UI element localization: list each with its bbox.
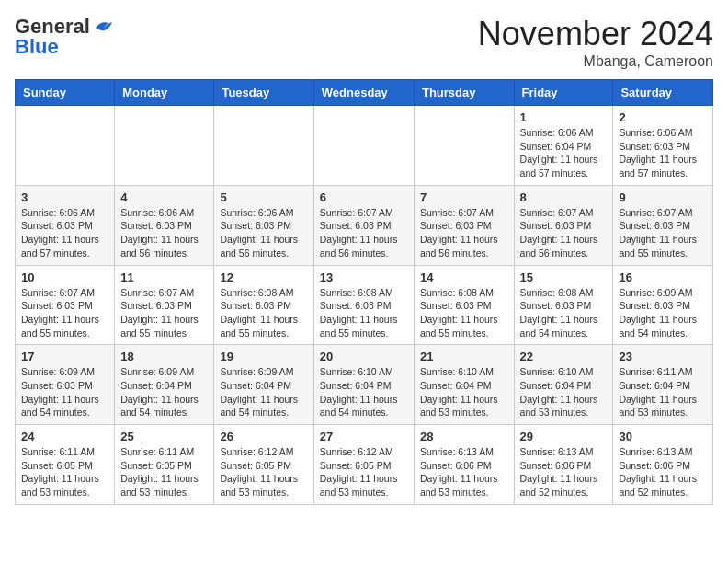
day-info: Sunrise: 6:07 AM Sunset: 6:03 PM Dayligh… — [520, 206, 608, 260]
day-number: 13 — [320, 270, 408, 284]
day-info: Sunrise: 6:10 AM Sunset: 6:04 PM Dayligh… — [320, 365, 408, 419]
day-info: Sunrise: 6:11 AM Sunset: 6:05 PM Dayligh… — [21, 445, 108, 500]
day-number: 10 — [21, 270, 108, 284]
day-number: 16 — [619, 270, 707, 284]
calendar-day-2: 2Sunrise: 6:06 AM Sunset: 6:03 PM Daylig… — [613, 106, 713, 186]
calendar-day-21: 21Sunrise: 6:10 AM Sunset: 6:04 PM Dayli… — [414, 345, 514, 425]
calendar-day-20: 20Sunrise: 6:10 AM Sunset: 6:04 PM Dayli… — [313, 345, 414, 425]
day-info: Sunrise: 6:13 AM Sunset: 6:06 PM Dayligh… — [420, 445, 508, 500]
day-number: 22 — [520, 350, 608, 363]
calendar-day-28: 28Sunrise: 6:13 AM Sunset: 6:06 PM Dayli… — [414, 425, 514, 505]
weekday-header-monday: Monday — [115, 80, 214, 106]
day-number: 27 — [320, 430, 408, 443]
page-header: General Blue November 2024 Mbanga, Camer… — [15, 15, 713, 70]
calendar-empty-cell — [214, 106, 313, 186]
day-info: Sunrise: 6:06 AM Sunset: 6:03 PM Dayligh… — [220, 206, 307, 260]
calendar-day-25: 25Sunrise: 6:11 AM Sunset: 6:05 PM Dayli… — [115, 425, 214, 505]
calendar-day-23: 23Sunrise: 6:11 AM Sunset: 6:04 PM Dayli… — [613, 345, 713, 425]
day-number: 25 — [120, 430, 208, 443]
day-number: 18 — [120, 350, 208, 363]
day-number: 20 — [320, 350, 408, 363]
day-number: 28 — [420, 430, 508, 443]
calendar-day-13: 13Sunrise: 6:08 AM Sunset: 6:03 PM Dayli… — [313, 265, 414, 345]
weekday-header-wednesday: Wednesday — [313, 80, 414, 106]
day-info: Sunrise: 6:07 AM Sunset: 6:03 PM Dayligh… — [320, 206, 408, 260]
calendar-week-row: 1Sunrise: 6:06 AM Sunset: 6:04 PM Daylig… — [16, 106, 713, 186]
day-number: 6 — [320, 190, 408, 204]
calendar-week-row: 17Sunrise: 6:09 AM Sunset: 6:03 PM Dayli… — [16, 345, 713, 425]
calendar-day-3: 3Sunrise: 6:06 AM Sunset: 6:03 PM Daylig… — [16, 185, 115, 265]
weekday-header-saturday: Saturday — [613, 80, 713, 106]
day-info: Sunrise: 6:06 AM Sunset: 6:03 PM Dayligh… — [120, 206, 208, 260]
day-info: Sunrise: 6:09 AM Sunset: 6:04 PM Dayligh… — [120, 365, 208, 419]
logo-blue-text: Blue — [15, 35, 59, 59]
calendar-week-row: 10Sunrise: 6:07 AM Sunset: 6:03 PM Dayli… — [16, 265, 713, 345]
day-number: 23 — [619, 350, 707, 363]
day-number: 1 — [520, 110, 608, 124]
day-number: 11 — [120, 270, 208, 284]
day-info: Sunrise: 6:08 AM Sunset: 6:03 PM Dayligh… — [420, 286, 508, 340]
calendar-day-9: 9Sunrise: 6:07 AM Sunset: 6:03 PM Daylig… — [613, 185, 713, 265]
month-title: November 2024 — [478, 15, 713, 53]
day-info: Sunrise: 6:08 AM Sunset: 6:03 PM Dayligh… — [220, 286, 307, 340]
day-info: Sunrise: 6:09 AM Sunset: 6:03 PM Dayligh… — [619, 286, 707, 340]
logo: General Blue — [15, 15, 114, 59]
day-info: Sunrise: 6:12 AM Sunset: 6:05 PM Dayligh… — [320, 445, 408, 500]
calendar-day-5: 5Sunrise: 6:06 AM Sunset: 6:03 PM Daylig… — [214, 185, 313, 265]
day-number: 19 — [220, 350, 307, 363]
calendar-day-11: 11Sunrise: 6:07 AM Sunset: 6:03 PM Dayli… — [115, 265, 214, 345]
day-number: 30 — [619, 430, 707, 443]
calendar-empty-cell — [16, 106, 115, 186]
logo-bird-icon — [94, 18, 114, 35]
day-info: Sunrise: 6:13 AM Sunset: 6:06 PM Dayligh… — [619, 445, 707, 500]
weekday-header-sunday: Sunday — [16, 80, 115, 106]
title-section: November 2024 Mbanga, Cameroon — [478, 15, 713, 70]
day-number: 12 — [220, 270, 307, 284]
weekday-header-thursday: Thursday — [414, 80, 514, 106]
calendar-day-1: 1Sunrise: 6:06 AM Sunset: 6:04 PM Daylig… — [514, 106, 613, 186]
calendar-empty-cell — [115, 106, 214, 186]
day-info: Sunrise: 6:07 AM Sunset: 6:03 PM Dayligh… — [619, 206, 707, 260]
day-info: Sunrise: 6:10 AM Sunset: 6:04 PM Dayligh… — [520, 365, 608, 419]
day-number: 5 — [220, 190, 307, 204]
calendar-day-24: 24Sunrise: 6:11 AM Sunset: 6:05 PM Dayli… — [16, 425, 115, 505]
day-info: Sunrise: 6:06 AM Sunset: 6:04 PM Dayligh… — [520, 126, 608, 180]
weekday-header-tuesday: Tuesday — [214, 80, 313, 106]
calendar-day-18: 18Sunrise: 6:09 AM Sunset: 6:04 PM Dayli… — [115, 345, 214, 425]
day-info: Sunrise: 6:09 AM Sunset: 6:04 PM Dayligh… — [220, 365, 307, 419]
day-number: 7 — [420, 190, 508, 204]
day-number: 29 — [520, 430, 608, 443]
day-number: 24 — [21, 430, 108, 443]
day-info: Sunrise: 6:08 AM Sunset: 6:03 PM Dayligh… — [320, 286, 408, 340]
calendar-day-15: 15Sunrise: 6:08 AM Sunset: 6:03 PM Dayli… — [514, 265, 613, 345]
calendar-day-19: 19Sunrise: 6:09 AM Sunset: 6:04 PM Dayli… — [214, 345, 313, 425]
day-number: 4 — [120, 190, 208, 204]
day-number: 3 — [21, 190, 108, 204]
calendar-day-10: 10Sunrise: 6:07 AM Sunset: 6:03 PM Dayli… — [16, 265, 115, 345]
day-info: Sunrise: 6:10 AM Sunset: 6:04 PM Dayligh… — [420, 365, 508, 419]
calendar-table: SundayMondayTuesdayWednesdayThursdayFrid… — [15, 79, 713, 505]
calendar-day-22: 22Sunrise: 6:10 AM Sunset: 6:04 PM Dayli… — [514, 345, 613, 425]
calendar-day-7: 7Sunrise: 6:07 AM Sunset: 6:03 PM Daylig… — [414, 185, 514, 265]
day-info: Sunrise: 6:06 AM Sunset: 6:03 PM Dayligh… — [21, 206, 108, 260]
day-number: 15 — [520, 270, 608, 284]
location-subtitle: Mbanga, Cameroon — [478, 53, 713, 70]
calendar-empty-cell — [313, 106, 414, 186]
day-info: Sunrise: 6:07 AM Sunset: 6:03 PM Dayligh… — [420, 206, 508, 260]
calendar-day-14: 14Sunrise: 6:08 AM Sunset: 6:03 PM Dayli… — [414, 265, 514, 345]
day-info: Sunrise: 6:12 AM Sunset: 6:05 PM Dayligh… — [220, 445, 307, 500]
day-info: Sunrise: 6:08 AM Sunset: 6:03 PM Dayligh… — [520, 286, 608, 340]
calendar-day-16: 16Sunrise: 6:09 AM Sunset: 6:03 PM Dayli… — [613, 265, 713, 345]
day-number: 21 — [420, 350, 508, 363]
day-number: 17 — [21, 350, 108, 363]
calendar-day-27: 27Sunrise: 6:12 AM Sunset: 6:05 PM Dayli… — [313, 425, 414, 505]
day-number: 2 — [619, 110, 707, 124]
day-number: 9 — [619, 190, 707, 204]
weekday-header-friday: Friday — [514, 80, 613, 106]
calendar-week-row: 3Sunrise: 6:06 AM Sunset: 6:03 PM Daylig… — [16, 185, 713, 265]
weekday-header-row: SundayMondayTuesdayWednesdayThursdayFrid… — [16, 80, 713, 106]
day-info: Sunrise: 6:11 AM Sunset: 6:05 PM Dayligh… — [120, 445, 208, 500]
calendar-day-6: 6Sunrise: 6:07 AM Sunset: 6:03 PM Daylig… — [313, 185, 414, 265]
calendar-day-30: 30Sunrise: 6:13 AM Sunset: 6:06 PM Dayli… — [613, 425, 713, 505]
calendar-day-26: 26Sunrise: 6:12 AM Sunset: 6:05 PM Dayli… — [214, 425, 313, 505]
